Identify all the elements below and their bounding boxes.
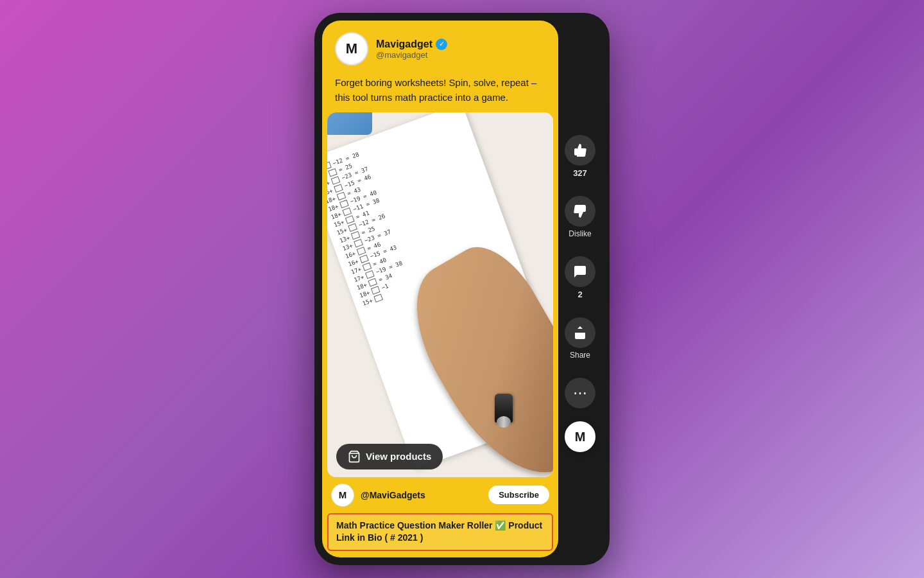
right-sidebar: 327 Dislike 2 (558, 21, 602, 557)
caption-box: Math Practice Question Maker Roller ✅ Pr… (327, 513, 553, 551)
post-text: Forget boring worksheets! Spin, solve, r… (322, 72, 558, 112)
share-action[interactable]: Share (565, 308, 595, 369)
channel-end-avatar[interactable]: M (565, 421, 595, 452)
channel-avatar[interactable]: M (335, 32, 368, 66)
shopping-bag-icon (348, 450, 361, 463)
share-icon-circle (565, 317, 595, 348)
share-label: Share (570, 351, 590, 360)
view-products-label: View products (366, 451, 431, 462)
subscribe-button[interactable]: Subscribe (488, 486, 549, 504)
dislike-action[interactable]: Dislike (565, 187, 595, 247)
channel-name[interactable]: Mavigadget (376, 39, 432, 50)
phone-container: M Mavigadget ✓ @mavigadget Forget boring… (314, 13, 610, 565)
comment-icon (572, 264, 588, 279)
caption-text: Math Practice Question Maker Roller ✅ Pr… (336, 520, 542, 543)
verified-badge: ✓ (436, 39, 447, 50)
red-arrow-icon: ↙ (329, 554, 350, 557)
comment-action[interactable]: 2 (565, 247, 595, 308)
channel-name-row: Mavigadget ✓ (376, 39, 447, 50)
roller-device (495, 394, 513, 423)
view-products-button[interactable]: View products (336, 444, 443, 469)
comment-icon-circle (565, 256, 595, 287)
more-action[interactable]: ⋯ (565, 369, 595, 417)
thumbs-up-icon (572, 143, 588, 158)
channel-info: Mavigadget ✓ @mavigadget (376, 39, 447, 60)
worksheet-image: 1+−12 = 28 13+= 25 13+−23 = 37 16+−15 = … (327, 112, 553, 477)
share-icon (572, 325, 588, 340)
like-count: 327 (573, 168, 587, 178)
channel-mini-name[interactable]: @MaviGadgets (361, 490, 482, 500)
like-icon-circle (565, 135, 595, 166)
dislike-label: Dislike (569, 229, 591, 238)
roller-wheel (497, 416, 511, 428)
blue-object (327, 112, 372, 135)
channel-handle[interactable]: @mavigadget (376, 50, 447, 60)
video-area: M Mavigadget ✓ @mavigadget Forget boring… (322, 21, 558, 557)
channel-row: M @MaviGadgets Subscribe (322, 477, 558, 513)
video-thumbnail[interactable]: 1+−12 = 28 13+= 25 13+−23 = 37 16+−15 = … (327, 112, 553, 477)
thumbs-down-icon (572, 204, 588, 219)
dislike-icon-circle (565, 196, 595, 227)
like-action[interactable]: 327 (565, 126, 595, 187)
post-header: M Mavigadget ✓ @mavigadget (322, 21, 558, 72)
more-icon: ⋯ (565, 378, 595, 408)
channel-mini-avatar[interactable]: M (331, 484, 354, 507)
comment-count: 2 (578, 290, 582, 299)
